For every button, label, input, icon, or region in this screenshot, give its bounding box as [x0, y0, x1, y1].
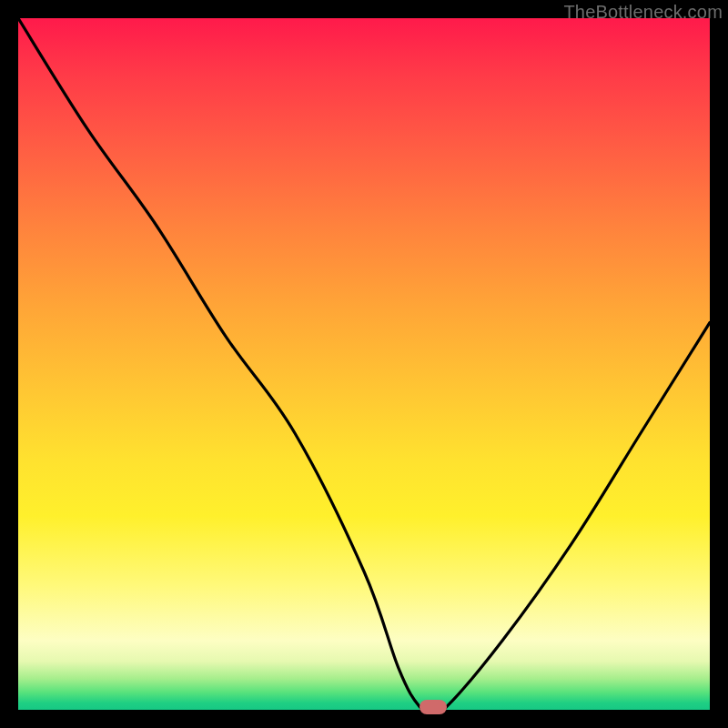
optimal-marker [420, 700, 447, 714]
plot-area [18, 18, 710, 710]
curve-svg [18, 18, 710, 710]
bottleneck-curve [18, 18, 710, 710]
chart-frame: TheBottleneck.com [0, 0, 728, 728]
